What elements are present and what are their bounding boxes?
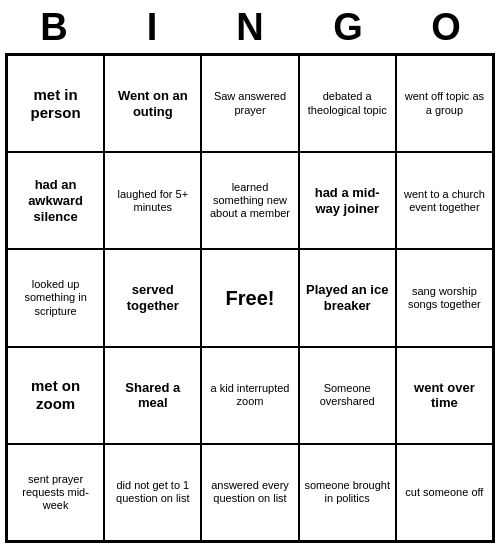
- letter-g: G: [303, 6, 393, 49]
- bingo-cell-4[interactable]: went off topic as a group: [396, 55, 493, 152]
- bingo-cell-3[interactable]: debated a theological topic: [299, 55, 396, 152]
- bingo-cell-0[interactable]: met in person: [7, 55, 104, 152]
- bingo-cell-9[interactable]: went to a church event together: [396, 152, 493, 249]
- letter-o: O: [401, 6, 491, 49]
- bingo-grid: met in personWent on an outingSaw answer…: [5, 53, 495, 543]
- bingo-cell-14[interactable]: sang worship songs together: [396, 249, 493, 346]
- bingo-cell-11[interactable]: served together: [104, 249, 201, 346]
- bingo-cell-22[interactable]: answered every question on list: [201, 444, 298, 541]
- bingo-cell-1[interactable]: Went on an outing: [104, 55, 201, 152]
- letter-b: B: [9, 6, 99, 49]
- bingo-cell-18[interactable]: Someone overshared: [299, 347, 396, 444]
- bingo-cell-16[interactable]: Shared a meal: [104, 347, 201, 444]
- bingo-cell-17[interactable]: a kid interrupted zoom: [201, 347, 298, 444]
- bingo-cell-24[interactable]: cut someone off: [396, 444, 493, 541]
- letter-n: N: [205, 6, 295, 49]
- bingo-title: B I N G O: [5, 0, 495, 53]
- bingo-cell-21[interactable]: did not get to 1 question on list: [104, 444, 201, 541]
- bingo-cell-19[interactable]: went over time: [396, 347, 493, 444]
- bingo-cell-13[interactable]: Played an ice breaker: [299, 249, 396, 346]
- letter-i: I: [107, 6, 197, 49]
- bingo-cell-15[interactable]: met on zoom: [7, 347, 104, 444]
- bingo-cell-8[interactable]: had a mid-way joiner: [299, 152, 396, 249]
- bingo-cell-6[interactable]: laughed for 5+ minutes: [104, 152, 201, 249]
- bingo-cell-7[interactable]: learned something new about a member: [201, 152, 298, 249]
- bingo-cell-20[interactable]: sent prayer requests mid-week: [7, 444, 104, 541]
- bingo-cell-2[interactable]: Saw answered prayer: [201, 55, 298, 152]
- bingo-cell-12[interactable]: Free!: [201, 249, 298, 346]
- bingo-cell-23[interactable]: someone brought in politics: [299, 444, 396, 541]
- bingo-cell-5[interactable]: had an awkward silence: [7, 152, 104, 249]
- bingo-cell-10[interactable]: looked up something in scripture: [7, 249, 104, 346]
